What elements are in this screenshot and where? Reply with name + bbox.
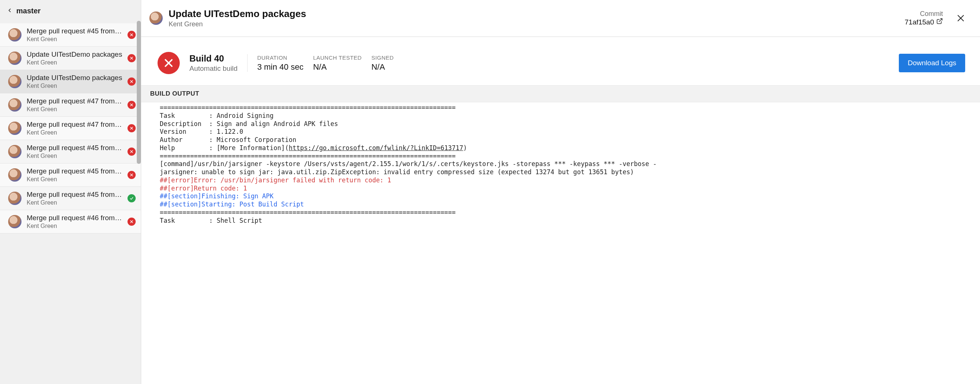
- commit-title: Merge pull request #45 from Kin…: [27, 167, 123, 175]
- commit-item[interactable]: Merge pull request #47 from Kin…Kent Gre…: [0, 117, 141, 140]
- stat-label: DURATION: [257, 54, 304, 61]
- log-line: Version : 1.122.0: [160, 128, 243, 135]
- status-fail-icon: [127, 78, 136, 86]
- commit-text: Update UITestDemo packagesKent Green: [27, 74, 123, 89]
- build-number: Build 40: [189, 53, 238, 64]
- avatar: [8, 98, 22, 112]
- scrollbar[interactable]: [137, 21, 141, 164]
- commit-text: Merge pull request #47 from Kin…Kent Gre…: [27, 121, 123, 136]
- separator: [247, 54, 248, 72]
- stat-duration: DURATION 3 min 40 sec: [257, 54, 304, 72]
- log-line: [command]/usr/bin/jarsigner -keystore /U…: [160, 160, 657, 167]
- commit-item[interactable]: Merge pull request #46 from Kin…Kent Gre…: [0, 210, 141, 234]
- commit-title: Update UITestDemo packages: [27, 74, 123, 82]
- commit-author: Kent Green: [27, 83, 123, 89]
- log-line: jarsigner: unable to sign jar: java.util…: [160, 168, 634, 176]
- commit-title: Update UITestDemo packages: [169, 8, 899, 20]
- commit-author: Kent Green: [27, 36, 123, 43]
- avatar: [8, 28, 22, 41]
- status-pass-icon: [127, 194, 136, 202]
- stat-label: SIGNED: [371, 54, 394, 61]
- log-error-line: ##[error]Return code: 1: [160, 185, 247, 192]
- commit-author: Kent Green: [27, 199, 123, 206]
- commit-title: Merge pull request #45 from Kin…: [27, 191, 123, 199]
- status-fail-icon: [127, 124, 136, 132]
- commit-author: Kent Green: [27, 106, 123, 113]
- log-line: Author : Microsoft Corporation: [160, 136, 296, 143]
- commit-item[interactable]: Merge pull request #45 from Kin…Kent Gre…: [0, 164, 141, 187]
- stat-value: N/A: [371, 62, 394, 72]
- commit-title: Merge pull request #45 from Kin…: [27, 27, 123, 35]
- svg-line-16: [939, 19, 942, 21]
- commit-label: Commit: [905, 10, 943, 18]
- status-fail-icon: [127, 101, 136, 109]
- commit-author: Kent Green: [27, 153, 123, 159]
- commit-item[interactable]: Update UITestDemo packagesKent Green: [0, 70, 141, 93]
- stat-label: LAUNCH TESTED: [313, 54, 362, 61]
- status-fail-icon: [127, 218, 136, 226]
- branch-name: master: [16, 7, 41, 15]
- commit-text: Merge pull request #45 from Kin…Kent Gre…: [27, 167, 123, 183]
- sidebar: master Merge pull request #45 from Kin…K…: [0, 0, 141, 384]
- status-fail-icon: [127, 171, 136, 179]
- log-line: Help : [More Information](https://go.mic…: [160, 144, 467, 151]
- help-link[interactable]: https://go.microsoft.com/fwlink/?LinkID=…: [289, 144, 463, 151]
- log-line: Task : Android Signing: [160, 112, 274, 120]
- branch-header[interactable]: master: [0, 0, 141, 23]
- commit-title: Merge pull request #46 from Kin…: [27, 214, 123, 222]
- commit-text: Merge pull request #45 from Kin…Kent Gre…: [27, 27, 123, 43]
- commit-item[interactable]: Merge pull request #45 from Kin…Kent Gre…: [0, 187, 141, 210]
- log-section-line: ##[section]Starting: Post Build Script: [160, 201, 304, 208]
- commit-text: Merge pull request #45 from Kin…Kent Gre…: [27, 144, 123, 159]
- log-error-line: ##[error]Error: /usr/bin/jarsigner faile…: [160, 177, 391, 184]
- build-subtitle: Automatic build: [189, 64, 238, 73]
- build-output[interactable]: ========================================…: [141, 102, 980, 384]
- download-logs-button[interactable]: Download Logs: [899, 54, 965, 72]
- commit-text: Merge pull request #47 from Kin…Kent Gre…: [27, 97, 123, 113]
- avatar: [8, 192, 22, 205]
- log-line: ========================================…: [160, 209, 455, 216]
- avatar: [8, 145, 22, 158]
- log-section-line: ##[section]Finishing: Sign APK: [160, 192, 274, 200]
- avatar: [8, 51, 22, 65]
- status-fail-icon: [127, 31, 136, 39]
- build-summary: Build 40 Automatic build DURATION 3 min …: [141, 37, 980, 85]
- commit-text: Merge pull request #45 from Kin…Kent Gre…: [27, 191, 123, 206]
- build-output-header: BUILD OUTPUT: [141, 85, 980, 102]
- commit-author: Kent Green: [27, 59, 123, 66]
- header-titles: Update UITestDemo packages Kent Green: [169, 8, 899, 28]
- avatar: [8, 75, 22, 88]
- commit-title: Merge pull request #47 from Kin…: [27, 121, 123, 129]
- commit-author: Kent Green: [169, 21, 899, 28]
- avatar: [150, 11, 163, 25]
- stat-value: N/A: [313, 62, 362, 72]
- commit-text: Update UITestDemo packagesKent Green: [27, 50, 123, 66]
- detail-header: Update UITestDemo packages Kent Green Co…: [141, 0, 980, 37]
- close-button[interactable]: [956, 14, 965, 22]
- avatar: [8, 121, 22, 135]
- commit-hash-link[interactable]: 71af15a0: [905, 18, 943, 26]
- commit-item[interactable]: Merge pull request #47 from Kin…Kent Gre…: [0, 93, 141, 117]
- commit-list: Merge pull request #45 from Kin…Kent Gre…: [0, 23, 141, 384]
- chevron-left-icon: [7, 7, 13, 14]
- commit-hash: 71af15a0: [905, 18, 934, 26]
- log-line: Task : Shell Script: [160, 217, 262, 224]
- commit-author: Kent Green: [27, 129, 123, 136]
- build-status-icon: [158, 52, 180, 74]
- commit-item[interactable]: Update UITestDemo packagesKent Green: [0, 47, 141, 70]
- avatar: [8, 215, 22, 228]
- build-title-block: Build 40 Automatic build: [189, 53, 238, 73]
- commit-item[interactable]: Merge pull request #45 from Kin…Kent Gre…: [0, 23, 141, 47]
- status-fail-icon: [127, 148, 136, 156]
- stat-signed: SIGNED N/A: [371, 54, 394, 72]
- commit-author: Kent Green: [27, 223, 123, 229]
- status-fail-icon: [127, 54, 136, 62]
- commit-info: Commit 71af15a0: [905, 10, 943, 26]
- log-line: ========================================…: [160, 104, 455, 111]
- commit-item[interactable]: Merge pull request #45 from Kin…Kent Gre…: [0, 140, 141, 164]
- commit-text: Merge pull request #46 from Kin…Kent Gre…: [27, 214, 123, 229]
- commit-title: Update UITestDemo packages: [27, 50, 123, 59]
- stat-launch: LAUNCH TESTED N/A: [313, 54, 362, 72]
- log-line: Description : Sign and align Android APK…: [160, 120, 338, 127]
- commit-author: Kent Green: [27, 176, 123, 183]
